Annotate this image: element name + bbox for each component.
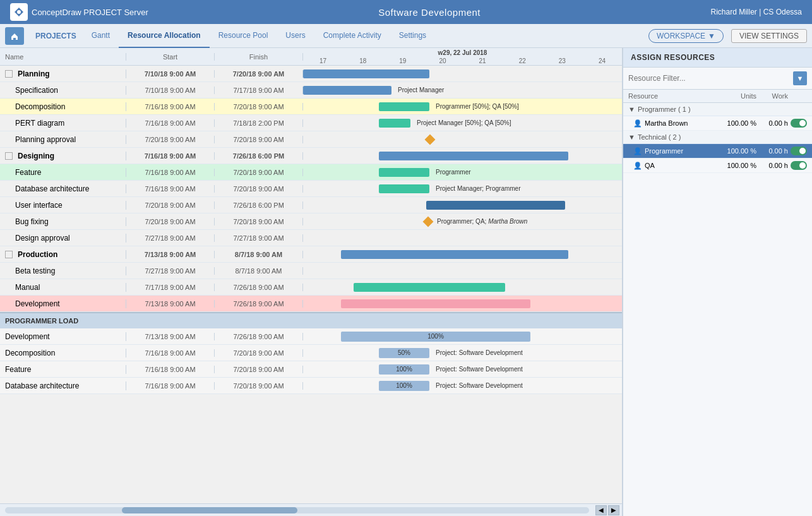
resource-units: 100.00 % (712, 162, 756, 169)
row-finish-design-approval: 7/27/18 9:00 AM (215, 234, 303, 242)
row-start-production: 7/13/18 9:00 AM (126, 251, 215, 258)
table-row[interactable]: Design approval 7/27/18 9:00 AM 7/27/18 … (0, 230, 622, 246)
programmer-load-section: PROGRAMMER LOAD Development 7/13/18 9:00… (0, 312, 622, 394)
row-start-bug-fixing: 7/20/18 9:00 AM (126, 218, 215, 225)
row-checkbox[interactable] (5, 70, 13, 78)
nav-tab-gantt[interactable]: Gantt (83, 24, 119, 48)
load-row-chart: 100% Project: Software Development (303, 361, 622, 378)
row-name-designing: Designing (0, 152, 126, 160)
load-row-chart: 100% Project: Software Development (303, 378, 622, 394)
resource-filter-input[interactable] (628, 74, 791, 83)
home-button[interactable] (5, 27, 24, 45)
nav-bar: PROJECTS Gantt Resource Allocation Resou… (0, 24, 812, 48)
row-start-beta-testing: 7/27/18 9:00 AM (126, 267, 215, 275)
assign-resources-title: ASSIGN RESOURCES (623, 48, 812, 68)
row-name-user-interface: User interface (0, 201, 126, 210)
resource-toggle[interactable] (791, 161, 807, 170)
load-row-name: Feature (0, 365, 126, 374)
resource-table-header: Resource Units Work (623, 90, 812, 103)
gantt-body[interactable]: Planning 7/10/18 9:00 AM 7/20/18 9:00 AM… (0, 66, 622, 503)
bar-label: Project Manager [50%]; QA [50%] (417, 119, 511, 126)
load-row-finish: 7/20/18 9:00 AM (215, 349, 303, 357)
resource-item-martha-brown[interactable]: 👤 Martha Brown 100.00 % 0.00 h (623, 116, 812, 131)
row-start-design-approval: 7/27/18 9:00 AM (126, 234, 215, 242)
load-row[interactable]: Decomposition 7/16/18 9:00 AM 7/20/18 9:… (0, 345, 622, 361)
row-name-manual: Manual (0, 283, 126, 292)
nav-tab-resource-pool[interactable]: Resource Pool (210, 24, 277, 48)
table-row[interactable]: Designing 7/16/18 9:00 AM 7/26/18 6:00 P… (0, 148, 622, 164)
row-chart-designing (303, 148, 622, 164)
resource-item-qa[interactable]: 👤 QA 100.00 % 0.00 h (623, 159, 812, 173)
scrollbar-thumb[interactable] (122, 507, 297, 513)
workspace-chevron-icon: ▼ (708, 32, 715, 40)
table-row[interactable]: Development 7/13/18 9:00 AM 7/26/18 9:00… (0, 296, 622, 312)
date-19: 19 (383, 57, 422, 64)
date-20: 20 (422, 57, 462, 64)
resource-toggle[interactable] (791, 119, 807, 128)
bar-label: Programmer; QA; Martha Brown (437, 218, 527, 225)
app-header: ConceptDraw PROJECT Server Software Deve… (0, 0, 812, 24)
load-row[interactable]: Feature 7/16/18 9:00 AM 7/20/18 9:00 AM … (0, 361, 622, 378)
table-row[interactable]: Database architecture 7/16/18 9:00 AM 7/… (0, 181, 622, 197)
row-chart-feature: Programmer (303, 164, 622, 181)
scroll-left-button[interactable]: ◀ (595, 505, 607, 515)
table-row[interactable]: Feature 7/16/18 9:00 AM 7/20/18 9:00 AM … (0, 164, 622, 181)
resource-toggle[interactable] (791, 147, 807, 155)
resource-filter-dropdown-button[interactable]: ▼ (793, 71, 807, 85)
row-finish-planning: 7/20/18 9:00 AM (215, 70, 303, 78)
logo-icon (10, 3, 28, 21)
table-row[interactable]: User interface 7/20/18 9:00 AM 7/26/18 6… (0, 197, 622, 213)
row-finish-development: 7/26/18 9:00 AM (215, 300, 303, 308)
load-section-title: PROGRAMMER LOAD (0, 313, 622, 328)
table-row[interactable]: PERT diagram 7/16/18 9:00 AM 7/18/18 2:0… (0, 115, 622, 131)
scroll-right-button[interactable]: ▶ (608, 505, 619, 515)
row-checkbox[interactable] (5, 251, 13, 258)
load-bar: 100% (341, 332, 530, 342)
load-bar: 50% (379, 348, 429, 358)
resource-item-programmer[interactable]: 👤 Programmer 100.00 % 0.00 h (623, 144, 812, 159)
gantt-bar (379, 184, 429, 193)
table-row[interactable]: Production 7/13/18 9:00 AM 8/7/18 9:00 A… (0, 246, 622, 263)
project-title: Software Development (148, 7, 711, 18)
gantt-bar (303, 69, 429, 78)
date-23: 23 (542, 57, 582, 64)
table-row[interactable]: Planning 7/10/18 9:00 AM 7/20/18 9:00 AM (0, 66, 622, 82)
nav-tab-users[interactable]: Users (277, 24, 314, 48)
load-row-name: Database architecture (0, 381, 126, 390)
horizontal-scrollbar[interactable]: ◀ ▶ (0, 503, 622, 516)
scrollbar-track[interactable] (5, 507, 589, 513)
svg-point-0 (17, 10, 21, 14)
row-chart-manual (303, 279, 622, 296)
row-name-decomposition: Decomposition (0, 102, 126, 111)
nav-tab-resource-allocation[interactable]: Resource Allocation (119, 24, 210, 48)
nav-tab-complete-activity[interactable]: Complete Activity (314, 24, 390, 48)
resource-group-label: Technical ( 2 ) (638, 133, 681, 141)
table-row[interactable]: Specification 7/10/18 9:00 AM 7/17/18 9:… (0, 82, 622, 99)
nav-projects[interactable]: PROJECTS (29, 24, 83, 48)
load-row[interactable]: Database architecture 7/16/18 9:00 AM 7/… (0, 378, 622, 394)
table-row[interactable]: Bug fixing 7/20/18 9:00 AM 7/20/18 9:00 … (0, 213, 622, 230)
table-row[interactable]: Planning approval 7/20/18 9:00 AM 7/20/1… (0, 131, 622, 148)
row-checkbox[interactable] (5, 152, 13, 160)
row-name-bug-fixing: Bug fixing (0, 217, 126, 226)
table-row[interactable]: Decomposition 7/16/18 9:00 AM 7/20/18 9:… (0, 99, 622, 115)
table-row[interactable]: Manual 7/17/18 9:00 AM 7/26/18 9:00 AM (0, 279, 622, 296)
load-row-start: 7/16/18 9:00 AM (126, 382, 215, 390)
bar-label: Programmer [50%]; QA [50%] (436, 103, 519, 110)
view-settings-button[interactable]: VIEW SETTINGS (731, 29, 807, 43)
nav-tab-settings[interactable]: Settings (390, 24, 435, 48)
gantt-panel: Name Start Finish w29, 22 Jul 2018 17 18… (0, 48, 623, 516)
resource-group-technical[interactable]: ▼ Technical ( 2 ) (623, 131, 812, 144)
table-row[interactable]: Beta testing 7/27/18 9:00 AM 8/7/18 9:00… (0, 263, 622, 279)
col-header-finish: Finish (215, 53, 303, 61)
row-chart-bug-fixing: Programmer; QA; Martha Brown (303, 213, 622, 230)
person-icon: 👤 (633, 119, 642, 128)
resource-group-programmer[interactable]: ▼ Programmer ( 1 ) (623, 103, 812, 116)
assign-resources-panel: ASSIGN RESOURCES ▼ Resource Units Work ▼… (623, 48, 812, 516)
resource-name: QA (645, 162, 712, 169)
workspace-button[interactable]: WORKSPACE ▼ (648, 29, 724, 43)
row-name-feature: Feature (0, 168, 126, 177)
row-chart-design-approval (303, 230, 622, 246)
load-row[interactable]: Development 7/13/18 9:00 AM 7/26/18 9:00… (0, 328, 622, 345)
group-expand-icon: ▼ (628, 105, 635, 113)
